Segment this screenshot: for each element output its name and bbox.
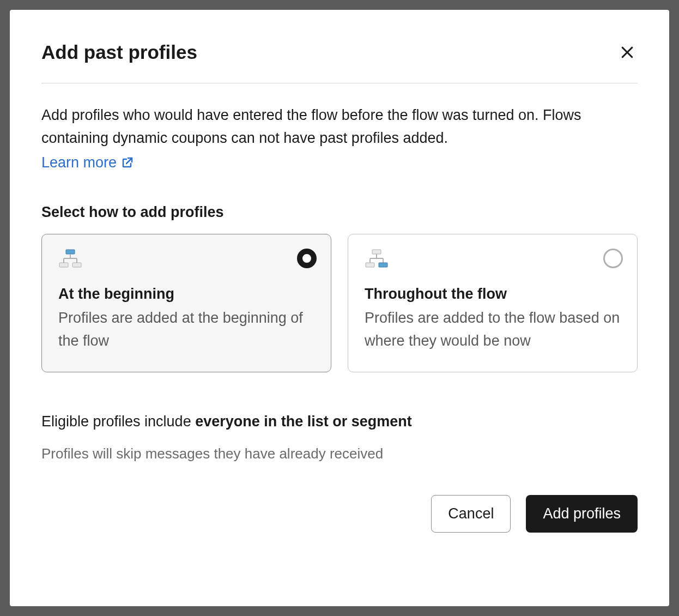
radio-selected-icon (297, 249, 317, 268)
flow-throughout-icon (365, 247, 391, 274)
eligible-prefix: Eligible profiles include (41, 413, 195, 430)
modal-footer: Cancel Add profiles (41, 495, 638, 533)
modal-header: Add past profiles (41, 41, 638, 83)
eligible-profiles-text: Eligible profiles include everyone in th… (41, 413, 638, 430)
modal-description: Add profiles who would have entered the … (41, 104, 638, 150)
option-title: Throughout the flow (365, 286, 621, 303)
learn-more-label: Learn more (41, 154, 117, 171)
option-at-beginning[interactable]: At the beginning Profiles are added at t… (41, 234, 331, 373)
svg-rect-14 (366, 263, 374, 267)
svg-rect-2 (66, 250, 75, 254)
option-icon-wrapper (365, 247, 621, 276)
svg-rect-8 (72, 263, 81, 267)
option-throughout-flow[interactable]: Throughout the flow Profiles are added t… (348, 234, 638, 373)
learn-more-link[interactable]: Learn more (41, 154, 134, 171)
cancel-button[interactable]: Cancel (431, 495, 511, 533)
options-row: At the beginning Profiles are added at t… (41, 234, 638, 373)
option-title: At the beginning (58, 286, 314, 303)
external-link-icon (121, 156, 134, 169)
svg-rect-7 (59, 263, 68, 267)
option-description: Profiles are added at the beginning of t… (58, 307, 314, 353)
modal-title: Add past profiles (41, 41, 197, 63)
svg-rect-9 (372, 250, 381, 254)
modal-body: Add profiles who would have entered the … (41, 83, 638, 575)
radio-unselected-icon (603, 249, 623, 268)
close-icon (619, 44, 635, 61)
eligible-bold: everyone in the list or segment (195, 413, 412, 430)
flow-beginning-icon (58, 247, 84, 274)
add-past-profiles-modal: Add past profiles Add profiles who would… (10, 10, 669, 606)
add-profiles-button[interactable]: Add profiles (526, 495, 638, 533)
section-title: Select how to add profiles (41, 204, 638, 221)
close-button[interactable] (617, 42, 638, 63)
option-icon-wrapper (58, 247, 314, 276)
skip-messages-text: Profiles will skip messages they have al… (41, 445, 638, 462)
option-description: Profiles are added to the flow based on … (365, 307, 621, 353)
svg-rect-15 (379, 263, 387, 267)
